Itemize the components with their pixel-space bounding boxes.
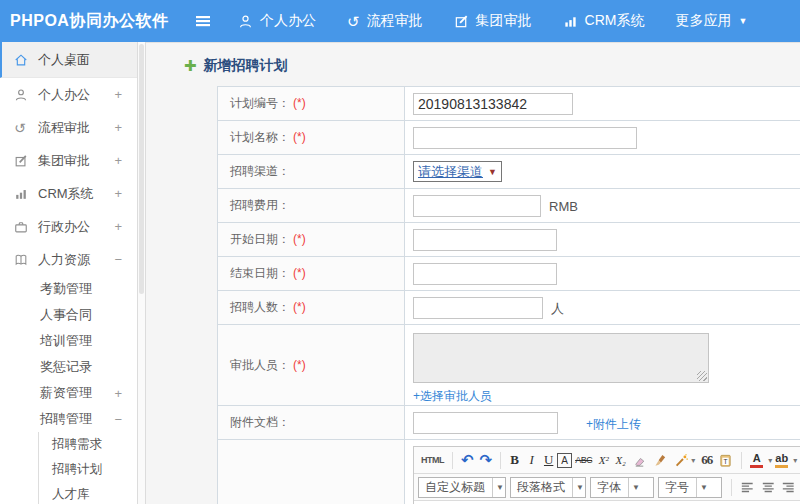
autoformat-wand-icon[interactable]: ▾ <box>671 453 698 468</box>
collapse-icon[interactable]: − <box>114 412 122 427</box>
resize-handle-icon[interactable] <box>697 371 707 381</box>
start-date-input[interactable] <box>413 229 557 251</box>
app-window: PHPOA协同办公软件 个人办公 ↺ 流程审批 集团审批 <box>0 0 800 504</box>
approvers-textarea[interactable] <box>413 333 709 383</box>
color-swatch <box>775 465 788 468</box>
italic-button[interactable]: I <box>523 452 540 468</box>
font-size-dropdown[interactable]: 字号▼ <box>658 477 722 498</box>
field-label: 招聘渠道： <box>230 164 290 178</box>
sidebar-item-hr[interactable]: 人力资源 − <box>0 243 137 276</box>
align-right-button[interactable] <box>778 480 798 495</box>
field-label: 审批人员： <box>230 358 290 372</box>
nav-label: 集团审批 <box>476 12 532 30</box>
strikethrough-button[interactable]: ABC <box>572 455 595 465</box>
autotypeset-button[interactable]: A <box>557 453 572 468</box>
expand-icon[interactable]: + <box>114 386 122 401</box>
caret-down-icon: ▼ <box>488 167 497 177</box>
blockquote-button[interactable]: 66 <box>698 452 715 468</box>
form-row-end-date: 结束日期：(*) <box>218 257 800 291</box>
attachment-input[interactable] <box>413 412 558 434</box>
expand-icon[interactable]: + <box>114 186 122 201</box>
sidebar-item-talent-pool[interactable]: 人才库 <box>39 482 137 504</box>
briefcase-icon <box>14 220 38 234</box>
format-brush-icon[interactable] <box>650 453 671 468</box>
field-label: 计划编号： <box>230 96 290 110</box>
nav-label: 更多应用 <box>675 12 731 30</box>
headcount-input[interactable] <box>413 297 543 319</box>
underline-button[interactable]: U <box>540 452 557 468</box>
field-label: 招聘人数： <box>230 300 290 314</box>
currency-suffix: RMB <box>549 199 578 214</box>
caret-down-icon: ▼ <box>738 16 747 26</box>
editor-toolbar-row1: HTML ↶ ↷ B I U A ABC X² <box>414 447 800 474</box>
field-label: 开始日期： <box>230 232 290 246</box>
expand-icon[interactable]: + <box>114 153 122 168</box>
caret-down-icon: ▼ <box>628 478 643 497</box>
superscript-button[interactable]: X² <box>595 454 612 466</box>
sidebar-item-recruit-plan[interactable]: 招聘计划 <box>39 457 137 482</box>
sidebar-item-attendance[interactable]: 考勤管理 <box>0 276 137 302</box>
plan-name-input[interactable] <box>413 127 637 149</box>
sidebar-item-salary[interactable]: 薪资管理 + <box>0 380 137 406</box>
end-date-input[interactable] <box>413 263 557 285</box>
heading-dropdown[interactable]: 自定义标题▼ <box>418 477 506 498</box>
expand-icon[interactable]: + <box>114 87 122 102</box>
sidebar: 个人桌面 个人办公 + ↺ 流程审批 + 集团审批 + <box>0 42 137 504</box>
nav-more-apps[interactable]: 更多应用 ▼ <box>675 12 747 30</box>
scrollbar-thumb[interactable] <box>139 44 144 294</box>
subscript-button[interactable]: X₂ <box>612 454 629 466</box>
sidebar-item-recruit-mgmt[interactable]: 招聘管理 − <box>0 406 137 432</box>
channel-select[interactable]: 请选择渠道 ▼ <box>413 161 502 182</box>
required-mark: (*) <box>293 300 306 314</box>
upload-attachment-link[interactable]: +附件上传 <box>586 417 641 431</box>
redo-icon[interactable]: ↷ <box>477 451 496 469</box>
sidebar-item-desktop[interactable]: 个人桌面 <box>0 42 137 78</box>
expand-icon[interactable]: + <box>114 120 122 135</box>
nav-crm-system[interactable]: CRM系统 <box>563 12 645 30</box>
sidebar-item-admin-office[interactable]: 行政办公 + <box>0 210 137 243</box>
caret-down-icon: ▾ <box>691 456 695 465</box>
select-approvers-link[interactable]: +选择审批人员 <box>413 389 492 403</box>
paragraph-format-dropdown[interactable]: 段落格式▼ <box>510 477 586 498</box>
nav-personal-office[interactable]: 个人办公 <box>238 12 316 30</box>
expand-icon[interactable]: + <box>114 219 122 234</box>
bold-button[interactable]: B <box>506 452 523 468</box>
required-mark: (*) <box>293 96 306 110</box>
form-row-cost: 招聘费用： RMB <box>218 189 800 223</box>
sidebar-item-workflow-approval[interactable]: ↺ 流程审批 + <box>0 111 137 144</box>
form-row-channel: 招聘渠道： 请选择渠道 ▼ <box>218 155 800 189</box>
required-mark: (*) <box>293 358 306 372</box>
html-source-button[interactable]: HTML <box>418 455 447 465</box>
plan-number-input[interactable] <box>413 93 573 115</box>
form-row-plan-name: 计划名称：(*) <box>218 121 800 155</box>
nav-group-approval[interactable]: 集团审批 <box>454 12 532 30</box>
sidebar-item-training[interactable]: 培训管理 <box>0 328 137 354</box>
form-row-plan-number: 计划编号：(*) <box>218 87 800 121</box>
editor-toolbar-row2: 自定义标题▼ 段落格式▼ 字体▼ 字号▼ <box>414 474 800 501</box>
nav-workflow-approval[interactable]: ↺ 流程审批 <box>347 12 423 30</box>
sidebar-item-hr-contract[interactable]: 人事合同 <box>0 302 137 328</box>
sidebar-scrollbar[interactable] <box>137 42 146 504</box>
sidebar-item-group-approval[interactable]: 集团审批 + <box>0 144 137 177</box>
caret-down-icon[interactable]: ▾ <box>793 456 797 465</box>
sidebar-item-recruit-demand[interactable]: 招聘需求 <box>39 432 137 457</box>
sidebar-item-rewards[interactable]: 奖惩记录 <box>0 354 137 380</box>
highlight-color-button[interactable]: ab <box>772 453 791 468</box>
font-color-button[interactable]: A <box>747 453 766 468</box>
select-value: 请选择渠道 <box>418 163 483 181</box>
form-row-start-date: 开始日期：(*) <box>218 223 800 257</box>
align-center-button[interactable] <box>758 480 778 495</box>
eraser-icon[interactable] <box>629 453 650 468</box>
nav-label: 流程审批 <box>367 12 423 30</box>
cost-input[interactable] <box>413 195 541 217</box>
paste-icon[interactable]: T <box>715 453 736 468</box>
collapse-icon[interactable]: − <box>114 252 122 267</box>
sidebar-item-personal-office[interactable]: 个人办公 + <box>0 78 137 111</box>
form-row-editor: HTML ↶ ↷ B I U A ABC X² <box>218 440 800 504</box>
undo-icon[interactable]: ↶ <box>458 451 477 469</box>
field-label: 计划名称： <box>230 130 290 144</box>
hamburger-menu-icon[interactable] <box>194 13 212 29</box>
align-left-button[interactable] <box>737 480 757 495</box>
sidebar-item-crm[interactable]: CRM系统 + <box>0 177 137 210</box>
font-family-dropdown[interactable]: 字体▼ <box>590 477 654 498</box>
